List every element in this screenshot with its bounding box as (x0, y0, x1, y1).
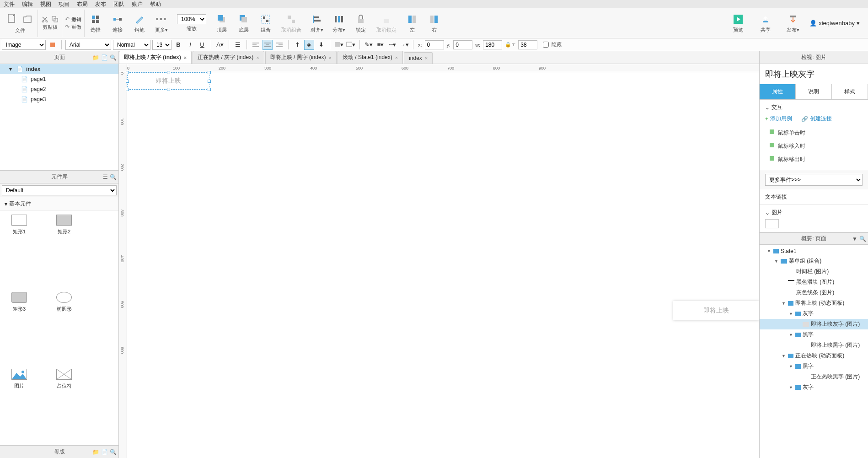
pen-tool[interactable]: 钢笔 (129, 11, 150, 35)
menu-file[interactable]: 文件 (4, 0, 15, 8)
resize-handle[interactable] (208, 71, 211, 74)
outline-item[interactable]: ▼黑字 (760, 361, 868, 372)
close-icon[interactable]: × (256, 55, 259, 60)
font-color-button[interactable]: A▾ (215, 40, 225, 50)
preview-button[interactable]: 预览 (727, 11, 749, 35)
image-section[interactable]: ⌄图片 (765, 209, 863, 216)
event-click[interactable]: 鼠标单击时 (765, 126, 863, 140)
close-icon[interactable]: × (184, 55, 187, 60)
menu-view[interactable]: 视图 (40, 0, 51, 8)
more-events-select[interactable]: 更多事件>>> (765, 174, 863, 186)
share-button[interactable]: 共享 (755, 11, 777, 35)
font-style-select[interactable]: Normal (113, 40, 150, 50)
redo-icon[interactable]: ↷ (65, 24, 70, 30)
page-item-page3[interactable]: 📄page3 (0, 94, 118, 104)
apply-style-icon[interactable] (48, 40, 58, 50)
outline-item[interactable]: ▼灰字 (760, 382, 868, 393)
outline-item[interactable]: ▼菜单组 (组合) (760, 256, 868, 266)
menu-project[interactable]: 项目 (59, 0, 70, 8)
outline-item[interactable]: 正在热映黑字 (图片) (760, 372, 868, 382)
bold-button[interactable]: B (173, 40, 183, 50)
fill-button[interactable]: ▾ (334, 40, 344, 50)
valign-bottom-button[interactable]: ⬇ (316, 40, 326, 50)
ungroup-tool[interactable]: 取消组合 (277, 11, 306, 35)
outline-item[interactable]: ▼灰字 (760, 308, 868, 319)
redo-label[interactable]: 重做 (71, 24, 81, 31)
widget-rect3[interactable]: 矩形3 (4, 292, 35, 365)
valign-middle-button[interactable]: ◈ (304, 40, 314, 50)
filter-icon[interactable]: ▼ (852, 236, 857, 242)
event-mouseenter[interactable]: 鼠标移入时 (765, 140, 863, 153)
align-left-tool[interactable]: 左 (401, 11, 423, 35)
create-link-link[interactable]: 🔗创建连接 (801, 115, 832, 123)
line-width-button[interactable]: ≡▾ (375, 40, 386, 50)
tab-0[interactable]: 即将上映 / 灰字 (index)× (119, 51, 192, 64)
cut-icon[interactable] (41, 16, 49, 23)
search-icon[interactable]: 🔍 (110, 449, 117, 455)
outline-item[interactable]: ▼State1 (760, 247, 868, 256)
expand-arrow-icon[interactable]: ▾ (9, 66, 14, 72)
zoom-select[interactable]: 100% (177, 14, 206, 24)
bring-front[interactable]: 顶层 (211, 11, 233, 35)
library-select[interactable]: Default (2, 185, 117, 195)
page-item-page2[interactable]: 📄page2 (0, 84, 118, 94)
new-file-icon[interactable] (5, 12, 19, 26)
tab-1[interactable]: 正在热映 / 灰字 (index)× (193, 51, 264, 64)
tab-2[interactable]: 即将上映 / 黑字 (index)× (265, 51, 337, 64)
user-account[interactable]: 👤 xieqiwenbaby ▾ (809, 20, 860, 27)
widget-ellipse[interactable]: 椭圆形 (48, 292, 80, 365)
outline-item[interactable]: 黑色滑块 (图片) (760, 277, 868, 287)
outline-item[interactable]: 时间栏 (图片) (760, 266, 868, 277)
page-item-index[interactable]: ▾ 📄 index (0, 64, 118, 74)
close-icon[interactable]: × (425, 55, 428, 61)
open-file-icon[interactable] (21, 12, 35, 26)
font-size-select[interactable]: 13 (152, 40, 171, 50)
resize-handle[interactable] (208, 80, 211, 83)
copy-icon[interactable] (51, 16, 59, 23)
italic-button[interactable]: I (185, 40, 195, 50)
menu-team[interactable]: 团队 (113, 0, 124, 8)
page-item-page1[interactable]: 📄page1 (0, 74, 118, 84)
search-icon[interactable]: 🔍 (110, 174, 117, 180)
unlock-tool[interactable]: 取消锁定 (372, 11, 401, 35)
hidden-checkbox[interactable] (543, 42, 549, 48)
widget-image[interactable]: 图片 (4, 369, 35, 442)
select-tool[interactable]: 选择 (85, 11, 107, 35)
arrow-style-button[interactable]: →▾ (399, 40, 409, 50)
resize-handle[interactable] (126, 80, 129, 83)
outline-item[interactable]: 灰色线条 (图片) (760, 287, 868, 298)
basic-widgets-category[interactable]: ▾基本元件 (0, 197, 118, 211)
close-icon[interactable]: × (329, 55, 332, 60)
bullets-button[interactable]: ☰ (233, 40, 243, 50)
widget-rect1[interactable]: 矩形1 (4, 215, 35, 287)
menu-icon[interactable]: ☰ (103, 174, 108, 180)
canvas[interactable]: 0100200300400500600700800900 01002003004… (119, 64, 759, 458)
underline-button[interactable]: U (197, 40, 207, 50)
align-left-button[interactable] (251, 40, 261, 50)
add-page-icon[interactable]: 📄 (101, 54, 108, 61)
undo-icon[interactable]: ↶ (65, 16, 70, 22)
add-case-link[interactable]: +添加用例 (765, 115, 792, 123)
border-button[interactable]: ▾ (346, 40, 356, 50)
outline-item[interactable]: ▼正在热映 (动态面板) (760, 350, 868, 361)
x-input[interactable] (425, 40, 444, 49)
interaction-section[interactable]: ⌄交互 (765, 103, 863, 111)
undo-label[interactable]: 撤销 (71, 16, 81, 23)
add-folder-icon[interactable]: 📁 (92, 449, 99, 455)
selected-widget[interactable]: 即将上映 (127, 72, 209, 90)
publish-button[interactable]: 发布▾ (782, 11, 804, 35)
group-tool[interactable]: 组合 (255, 11, 277, 35)
add-master-icon[interactable]: 📄 (101, 449, 108, 455)
outline-item[interactable]: 即将上映黑字 (图片) (760, 340, 868, 350)
resize-handle[interactable] (167, 88, 170, 91)
connect-tool[interactable]: 连接 (107, 11, 129, 35)
resize-handle[interactable] (126, 88, 129, 91)
tab-properties[interactable]: 属性 (760, 84, 796, 99)
menu-layout[interactable]: 布局 (77, 0, 88, 8)
event-mouseleave[interactable]: 鼠标移出时 (765, 153, 863, 166)
resize-handle[interactable] (167, 71, 170, 74)
more-tool[interactable]: ••• 更多▾ (150, 11, 172, 35)
search-icon[interactable]: 🔍 (110, 54, 117, 61)
send-back[interactable]: 底层 (233, 11, 255, 35)
outline-item[interactable]: 即将上映灰字 (图片) (760, 319, 868, 329)
